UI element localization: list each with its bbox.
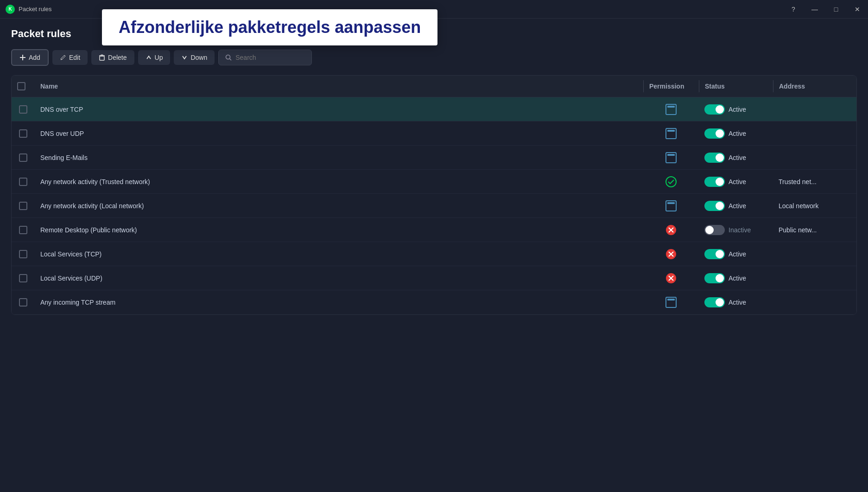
- row-name: Any network activity (Local network): [35, 198, 643, 214]
- row-permission: [643, 291, 699, 313]
- row-checkbox-cell: [12, 101, 35, 118]
- status-toggle[interactable]: [704, 273, 725, 283]
- status-toggle[interactable]: [704, 153, 725, 163]
- allow-icon: [665, 199, 678, 212]
- status-toggle[interactable]: [704, 297, 725, 307]
- status-label: Active: [729, 250, 746, 258]
- down-button[interactable]: Down: [174, 50, 215, 65]
- packet-rules-table: Name Permission Status Address DNS over …: [11, 75, 857, 315]
- row-status: Active: [699, 172, 773, 192]
- delete-button[interactable]: Delete: [91, 50, 134, 65]
- row-name: Local Services (TCP): [35, 246, 643, 262]
- table-row[interactable]: Local Services (TCP) Active: [12, 242, 856, 266]
- table-row[interactable]: DNS over UDP Active: [12, 121, 856, 146]
- svg-rect-13: [667, 154, 675, 156]
- svg-rect-27: [667, 299, 675, 300]
- row-address: [773, 249, 856, 259]
- edit-label: Edit: [69, 54, 80, 61]
- row-checkbox[interactable]: [19, 178, 27, 186]
- table-row[interactable]: Any incoming TCP stream Active: [12, 290, 856, 314]
- table-body: DNS over TCP ActiveDNS over UDP ActiveSe…: [12, 97, 856, 314]
- title-bar-text: Packet rules: [19, 6, 52, 13]
- svg-rect-11: [667, 130, 675, 132]
- table-row[interactable]: DNS over TCP Active: [12, 97, 856, 121]
- row-name: DNS over TCP: [35, 101, 643, 118]
- table-row[interactable]: Remote Desktop (Public network) Inactive…: [12, 218, 856, 242]
- search-input[interactable]: [235, 54, 305, 61]
- row-status: Active: [699, 148, 773, 167]
- status-toggle[interactable]: [704, 225, 725, 235]
- row-checkbox[interactable]: [19, 274, 27, 282]
- allow-icon: [665, 151, 678, 164]
- row-checkbox-cell: [12, 221, 35, 239]
- row-address: [773, 153, 856, 162]
- row-checkbox-cell: [12, 173, 35, 191]
- status-toggle[interactable]: [704, 201, 725, 211]
- table-row[interactable]: Any network activity (Trusted network) A…: [12, 170, 856, 194]
- row-permission: [643, 195, 699, 217]
- row-checkbox-cell: [12, 197, 35, 215]
- down-icon: [181, 54, 188, 61]
- row-address: [773, 298, 856, 307]
- row-name: Local Services (UDP): [35, 270, 643, 287]
- delete-label: Delete: [108, 54, 127, 61]
- row-address: [773, 105, 856, 114]
- table-header: Name Permission Status Address: [12, 76, 856, 97]
- svg-point-6: [226, 55, 230, 59]
- help-button[interactable]: ?: [783, 0, 804, 19]
- row-name: Remote Desktop (Public network): [35, 222, 643, 238]
- up-label: Up: [155, 54, 163, 61]
- row-checkbox-cell: [12, 294, 35, 311]
- status-toggle[interactable]: [704, 104, 725, 115]
- row-checkbox-cell: [12, 125, 35, 142]
- allow-circle-icon: [665, 175, 678, 188]
- search-box[interactable]: [218, 50, 312, 65]
- row-checkbox[interactable]: [19, 129, 27, 138]
- tooltip-overlay: Afzonderlijke pakketregels aanpassen: [102, 9, 437, 45]
- edit-button[interactable]: Edit: [52, 50, 88, 65]
- status-label: Active: [729, 299, 746, 306]
- row-checkbox[interactable]: [19, 202, 27, 210]
- row-status: Active: [699, 196, 773, 216]
- status-toggle[interactable]: [704, 128, 725, 139]
- up-button[interactable]: Up: [138, 50, 171, 65]
- allow-icon: [665, 296, 678, 309]
- row-checkbox[interactable]: [19, 226, 27, 234]
- row-address: Trusted net...: [773, 173, 856, 190]
- row-checkbox[interactable]: [19, 298, 27, 307]
- row-checkbox[interactable]: [19, 153, 27, 162]
- close-button[interactable]: ✕: [847, 0, 868, 19]
- allow-icon: [665, 127, 678, 140]
- deny-icon: [665, 248, 678, 261]
- row-status: Active: [699, 100, 773, 119]
- table-row[interactable]: Any network activity (Local network) Act…: [12, 194, 856, 218]
- allow-icon: [665, 103, 678, 116]
- row-checkbox[interactable]: [19, 250, 27, 258]
- maximize-button[interactable]: □: [825, 0, 847, 19]
- minimize-button[interactable]: —: [804, 0, 825, 19]
- table-row[interactable]: Sending E-Mails Active: [12, 146, 856, 170]
- table-row[interactable]: Local Services (UDP) Active: [12, 266, 856, 290]
- status-label: Active: [729, 130, 746, 137]
- toolbar: Add Edit Delete Up Down: [11, 49, 857, 66]
- header-checkbox: [12, 80, 35, 92]
- app-logo: K: [6, 5, 15, 14]
- status-toggle[interactable]: [704, 249, 725, 259]
- status-label: Active: [729, 275, 746, 282]
- status-toggle[interactable]: [704, 177, 725, 187]
- select-all-checkbox[interactable]: [17, 82, 25, 90]
- row-checkbox[interactable]: [19, 105, 27, 114]
- svg-rect-16: [667, 202, 675, 204]
- main-content: Packet rules Add Edit Delete Up Down: [0, 19, 868, 324]
- row-name: Sending E-Mails: [35, 149, 643, 166]
- deny-icon: [665, 272, 678, 285]
- add-button[interactable]: Add: [11, 49, 49, 66]
- search-icon: [225, 54, 232, 61]
- row-status: Active: [699, 268, 773, 288]
- deny-icon: [665, 224, 678, 236]
- status-label: Active: [729, 178, 746, 185]
- svg-point-14: [666, 177, 676, 187]
- row-address: [773, 129, 856, 138]
- svg-rect-9: [667, 106, 675, 108]
- row-permission: [643, 122, 699, 145]
